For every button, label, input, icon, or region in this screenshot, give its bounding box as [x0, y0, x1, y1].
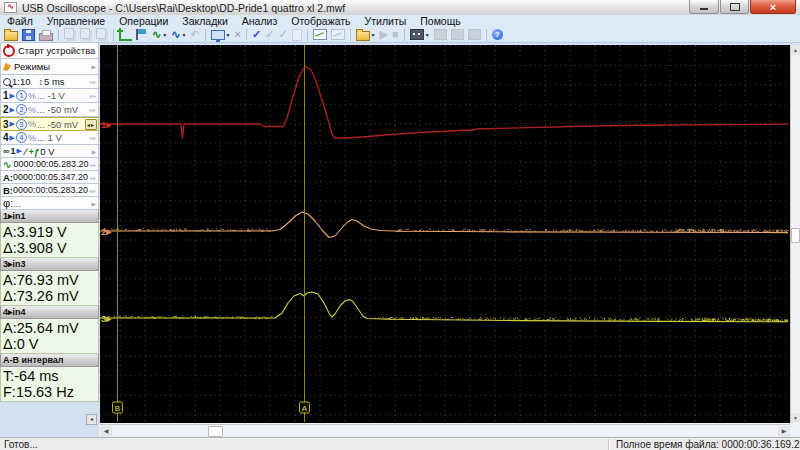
scroll-up-icon[interactable]: ▲ — [791, 45, 800, 55]
channel-marker-2[interactable]: 2▸ — [101, 226, 112, 237]
delete-icon: × — [235, 28, 241, 41]
channel-range-value: ... -50 mV — [37, 104, 78, 115]
probe-number-icon: 3 — [16, 119, 27, 130]
axis-setup-icon[interactable] — [118, 27, 133, 42]
measure-panel-4: T:-64 msF:15.63 Hz — [0, 367, 99, 402]
expand-arrow-icon[interactable]: ▶ — [91, 63, 96, 70]
apply-check-icon[interactable]: ✓ — [251, 27, 262, 42]
sidebar-scroll-button[interactable]: ◂ — [86, 414, 97, 425]
help-icon[interactable]: ? — [491, 27, 504, 42]
sidebar-item-phase[interactable]: φ:...▶ — [0, 197, 99, 210]
status-bar: Готов... Полное время файла: 0000:00:36.… — [0, 437, 800, 450]
apply-check-icon: ✓ — [252, 28, 261, 41]
print-icon[interactable] — [38, 27, 54, 42]
spinner-buttons[interactable]: ◂▸ — [89, 187, 97, 194]
expand-arrow-icon[interactable]: ▶ — [91, 148, 96, 155]
menu-item-2[interactable]: Управление — [40, 15, 112, 27]
cursor-flag-label-A: A — [302, 404, 308, 413]
coupling-icon: % — [28, 133, 36, 143]
time-prefix: A: — [3, 172, 13, 183]
status-file-time: Полное время файла: 0000:00:36.169.28 — [616, 439, 792, 450]
spinner-buttons[interactable]: ◂▸ — [89, 92, 97, 99]
copy-icon — [63, 27, 77, 42]
expand-arrow-icon[interactable]: ▶ — [91, 47, 96, 54]
dropdown-arrow-icon[interactable]: ▼ — [425, 32, 430, 38]
sidebar-item-start-device[interactable]: Старт устройства▶ — [0, 43, 99, 59]
horizontal-scroll-thumb[interactable] — [208, 426, 223, 437]
spinner-buttons[interactable]: ◂▸ — [89, 161, 97, 168]
spinner-buttons[interactable]: ◂▸ — [89, 78, 97, 85]
dropdown-arrow-icon[interactable]: ▼ — [162, 32, 167, 38]
chart-copy-icon — [330, 27, 346, 42]
sidebar-item-time-pos[interactable]: ∿0000:00:05.283.20◂▸ — [0, 158, 99, 171]
channel-arrow-icon: ▶ — [16, 147, 21, 155]
sidebar-item-modes[interactable]: Режимы▶ — [0, 59, 99, 75]
menu-item-6[interactable]: Отображать — [284, 15, 357, 27]
toolbar-separator — [307, 29, 308, 41]
time-value: 0000:00:05.283.20 — [13, 185, 88, 195]
menu-item-4[interactable]: Закладки — [175, 15, 234, 27]
scroll-right-icon[interactable]: ▶ — [778, 426, 790, 437]
channel-range-value: ... -50 mV — [37, 119, 78, 130]
sidebar-channel-3[interactable]: 3▶3%... -50 mV◂▸ — [0, 117, 99, 131]
sidebar-item-trigger[interactable]: ∞1▶∕+ƒ0 V▶ — [0, 145, 99, 158]
probe-number-icon: 1 — [16, 90, 27, 101]
coupling-icon: % — [28, 119, 36, 129]
close-button[interactable]: × — [750, 0, 796, 14]
sidebar-channel-4[interactable]: 4▶4%... 1 V◂▸ — [0, 131, 99, 145]
channel-marker-1[interactable]: 1▸ — [101, 119, 112, 130]
scope-canvas[interactable]: BA1▸2▸3▸ — [100, 45, 790, 423]
spinner-buttons[interactable]: ◂▸ — [89, 134, 97, 141]
measure-panel-icon[interactable]: ▼ — [409, 27, 431, 42]
signal-math-icon[interactable]: ∿▼ — [170, 27, 187, 42]
open-folder-icon[interactable]: ▼ — [355, 27, 377, 42]
display-mode-icon[interactable]: ▼ — [210, 27, 232, 42]
sidebar-channel-1[interactable]: 1▶1%... -1 V◂▸ — [0, 89, 99, 103]
marker-flag-icon[interactable] — [135, 27, 149, 42]
channel-arrow-icon: ▶ — [10, 120, 15, 128]
menu-item-3[interactable]: Операции — [112, 15, 175, 27]
spinner-buttons[interactable]: ◂▸ — [89, 106, 97, 113]
app-icon: ∿ — [4, 2, 17, 13]
menu-item-1[interactable]: Файл — [0, 15, 40, 27]
dropdown-arrow-icon[interactable]: ▼ — [371, 32, 376, 38]
vertical-scroll-thumb[interactable] — [791, 228, 800, 243]
coupling-icon: % — [28, 105, 36, 115]
chart-view-icon[interactable] — [312, 27, 328, 42]
signal-view-icon[interactable]: ∿▼ — [151, 27, 168, 42]
vertical-scrollbar[interactable]: ▲ ▼ — [790, 45, 800, 423]
toolbar-separator — [246, 29, 247, 41]
channel-range-value: ... 1 V — [37, 132, 62, 143]
menu-item-7[interactable]: Утилиты — [358, 15, 414, 27]
measure-panel-icon — [410, 29, 424, 40]
horizontal-scrollbar[interactable]: ◀ ▶ — [100, 424, 790, 437]
maximize-button[interactable] — [720, 0, 749, 14]
measure-panel-1: A:3.919 VΔ:3.908 V — [0, 223, 99, 258]
menu-item-5[interactable]: Анализ — [235, 15, 284, 27]
spinner-buttons[interactable]: ◂▸ — [85, 119, 97, 130]
sidebar-channel-2[interactable]: 2▶2%... -50 mV◂▸ — [0, 103, 99, 117]
channel-marker-3[interactable]: 3▸ — [101, 313, 112, 324]
sidebar-item-time-A[interactable]: A:0000:00:05.347.20◂▸ — [0, 171, 99, 184]
toolbar-separator — [350, 29, 351, 41]
save-file-icon[interactable] — [21, 27, 36, 42]
expand-arrow-icon[interactable]: ▶ — [91, 200, 96, 207]
measure-value-delta: Δ:0 V — [3, 336, 98, 352]
menu-item-8[interactable]: Помощь — [413, 15, 468, 27]
minimize-button[interactable] — [689, 0, 719, 14]
dropdown-arrow-icon[interactable]: ▼ — [226, 32, 231, 38]
measure-header-1: 1▸in1 — [0, 210, 99, 223]
open-file-icon[interactable] — [3, 27, 19, 42]
measure-header-3: 4▸in4 — [0, 306, 99, 319]
marker-flag-icon — [136, 29, 148, 40]
sidebar-item-scale-time[interactable]: 1:10↕5 ms◂▸ — [0, 75, 99, 89]
dropdown-arrow-icon[interactable]: ▼ — [181, 32, 186, 38]
scroll-left-icon[interactable]: ◀ — [100, 426, 112, 437]
spinner-buttons[interactable]: ◂▸ — [89, 174, 97, 181]
channel-range-value: ... -1 V — [37, 90, 65, 101]
toolbar-separator — [486, 29, 487, 41]
scroll-down-icon[interactable]: ▼ — [791, 413, 800, 423]
sidebar-item-time-B[interactable]: B:0000:00:05.283.20◂▸ — [0, 184, 99, 197]
channel-number: 2 — [3, 104, 9, 115]
chart-view-icon — [313, 29, 327, 40]
